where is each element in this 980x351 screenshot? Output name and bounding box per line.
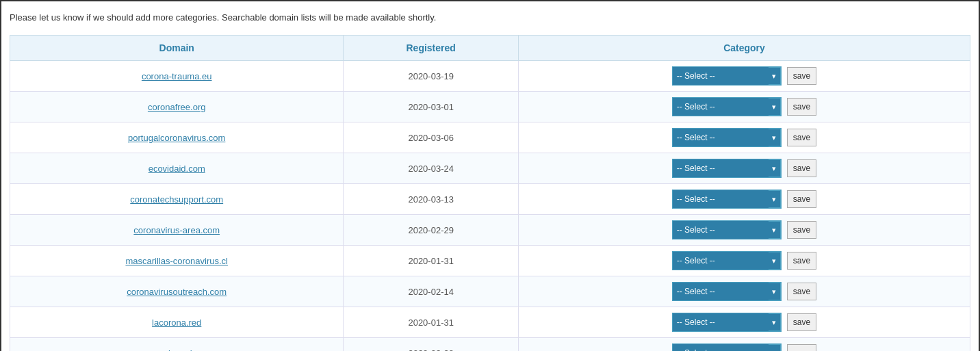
select-arrow-icon[interactable]: ▾: [769, 344, 781, 351]
save-button-0[interactable]: save: [787, 67, 816, 85]
domain-link[interactable]: coronavirus-area.com: [133, 225, 220, 235]
category-cell: -- Select --LegitimateMaliciousSuspiciou…: [518, 92, 970, 122]
select-container: -- Select --LegitimateMaliciousSuspiciou…: [672, 159, 782, 178]
select-container: -- Select --LegitimateMaliciousSuspiciou…: [672, 97, 782, 116]
page-wrapper: Please let us know if we should add more…: [1, 1, 979, 351]
domain-cell: mascarillas-coronavirus.cl: [10, 246, 344, 276]
save-button-3[interactable]: save: [787, 159, 816, 177]
select-arrow-icon[interactable]: ▾: [769, 67, 781, 85]
category-select-7[interactable]: -- Select --LegitimateMaliciousSuspiciou…: [673, 283, 769, 300]
domain-cell: ecovidaid.com: [10, 153, 344, 184]
table-row: mascarillas-coronavirus.cl2020-01-31-- S…: [10, 246, 970, 276]
domain-cell: portugalcoronavirus.com: [10, 122, 344, 153]
category-select-6[interactable]: -- Select --LegitimateMaliciousSuspiciou…: [673, 252, 769, 270]
registered-cell: 2020-03-13: [344, 184, 519, 215]
domain-table: Domain Registered Category corona-trauma…: [10, 35, 970, 351]
table-row: ecovidaid.com2020-03-24-- Select --Legit…: [10, 153, 970, 184]
category-select-2[interactable]: -- Select --LegitimateMaliciousSuspiciou…: [673, 129, 769, 146]
category-cell: -- Select --LegitimateMaliciousSuspiciou…: [518, 184, 970, 215]
select-arrow-icon[interactable]: ▾: [769, 98, 781, 116]
domain-link[interactable]: portugalcoronavirus.com: [128, 133, 225, 143]
save-button-4[interactable]: save: [787, 190, 816, 208]
registered-cell: 2020-01-31: [344, 307, 519, 338]
select-container: -- Select --LegitimateMaliciousSuspiciou…: [672, 220, 782, 239]
domain-link[interactable]: ecovidaid.com: [149, 164, 205, 174]
domain-link[interactable]: corona-trauma.eu: [142, 71, 212, 81]
domain-link[interactable]: mascarillas-coronavirus.cl: [125, 256, 228, 266]
registered-cell: 2020-02-29: [344, 215, 519, 246]
registered-cell: 2020-03-01: [344, 92, 519, 122]
category-cell: -- Select --LegitimateMaliciousSuspiciou…: [518, 307, 970, 338]
select-arrow-icon[interactable]: ▾: [769, 159, 781, 177]
select-arrow-icon[interactable]: ▾: [769, 283, 781, 300]
table-row: corona-trauma.eu2020-03-19-- Select --Le…: [10, 61, 970, 92]
domain-cell: coronavirus-shop.es: [10, 338, 344, 352]
save-button-2[interactable]: save: [787, 129, 816, 146]
domain-cell: lacorona.red: [10, 307, 344, 338]
table-row: coronavirusoutreach.com2020-02-14-- Sele…: [10, 276, 970, 307]
category-select-4[interactable]: -- Select --LegitimateMaliciousSuspiciou…: [673, 190, 769, 208]
registered-cell: 2020-03-06: [344, 122, 519, 153]
select-container: -- Select --LegitimateMaliciousSuspiciou…: [672, 313, 782, 332]
table-row: coronavirus-area.com2020-02-29-- Select …: [10, 215, 970, 246]
category-select-3[interactable]: -- Select --LegitimateMaliciousSuspiciou…: [673, 159, 769, 177]
domain-cell: coronafree.org: [10, 92, 344, 122]
table-row: portugalcoronavirus.com2020-03-06-- Sele…: [10, 122, 970, 153]
select-container: -- Select --LegitimateMaliciousSuspiciou…: [672, 251, 782, 270]
domain-link[interactable]: coronavirus-shop.es: [137, 348, 217, 352]
category-cell: -- Select --LegitimateMaliciousSuspiciou…: [518, 61, 970, 92]
registered-cell: 2020-02-28: [344, 338, 519, 352]
select-arrow-icon[interactable]: ▾: [769, 313, 781, 331]
category-select-8[interactable]: -- Select --LegitimateMaliciousSuspiciou…: [673, 313, 769, 331]
select-arrow-icon[interactable]: ▾: [769, 129, 781, 146]
header-domain: Domain: [10, 36, 344, 61]
category-select-1[interactable]: -- Select --LegitimateMaliciousSuspiciou…: [673, 98, 769, 116]
domain-cell: coronavirusoutreach.com: [10, 276, 344, 307]
domain-cell: coronatechsupport.com: [10, 184, 344, 215]
table-header: Domain Registered Category: [10, 36, 970, 61]
table-row: coronatechsupport.com2020-03-13-- Select…: [10, 184, 970, 215]
save-button-6[interactable]: save: [787, 252, 816, 270]
registered-cell: 2020-02-14: [344, 276, 519, 307]
table-row: lacorona.red2020-01-31-- Select --Legiti…: [10, 307, 970, 338]
registered-cell: 2020-03-19: [344, 61, 519, 92]
header-category: Category: [518, 36, 970, 61]
registered-cell: 2020-03-24: [344, 153, 519, 184]
header-registered: Registered: [344, 36, 519, 61]
domain-link[interactable]: lacorona.red: [152, 317, 201, 328]
select-arrow-icon[interactable]: ▾: [769, 190, 781, 208]
domain-link[interactable]: coronatechsupport.com: [130, 194, 223, 205]
table-row: coronafree.org2020-03-01-- Select --Legi…: [10, 92, 970, 122]
domain-link[interactable]: coronafree.org: [148, 102, 206, 112]
category-select-9[interactable]: -- Select --LegitimateMaliciousSuspiciou…: [673, 344, 769, 351]
intro-text: Please let us know if we should add more…: [10, 12, 970, 23]
category-cell: -- Select --LegitimateMaliciousSuspiciou…: [518, 122, 970, 153]
category-cell: -- Select --LegitimateMaliciousSuspiciou…: [518, 215, 970, 246]
domain-link[interactable]: coronavirusoutreach.com: [127, 287, 227, 297]
select-container: -- Select --LegitimateMaliciousSuspiciou…: [672, 128, 782, 147]
save-button-8[interactable]: save: [787, 313, 816, 331]
save-button-7[interactable]: save: [787, 283, 816, 300]
save-button-5[interactable]: save: [787, 221, 816, 239]
select-arrow-icon[interactable]: ▾: [769, 221, 781, 239]
select-container: -- Select --LegitimateMaliciousSuspiciou…: [672, 190, 782, 209]
save-button-9[interactable]: save: [787, 344, 816, 351]
registered-cell: 2020-01-31: [344, 246, 519, 276]
category-cell: -- Select --LegitimateMaliciousSuspiciou…: [518, 276, 970, 307]
domain-cell: corona-trauma.eu: [10, 61, 344, 92]
select-container: -- Select --LegitimateMaliciousSuspiciou…: [672, 343, 782, 351]
select-container: -- Select --LegitimateMaliciousSuspiciou…: [672, 66, 782, 86]
table-row: coronavirus-shop.es2020-02-28-- Select -…: [10, 338, 970, 352]
save-button-1[interactable]: save: [787, 98, 816, 116]
category-cell: -- Select --LegitimateMaliciousSuspiciou…: [518, 338, 970, 352]
category-cell: -- Select --LegitimateMaliciousSuspiciou…: [518, 246, 970, 276]
table-body: corona-trauma.eu2020-03-19-- Select --Le…: [10, 61, 970, 352]
select-container: -- Select --LegitimateMaliciousSuspiciou…: [672, 282, 782, 301]
domain-cell: coronavirus-area.com: [10, 215, 344, 246]
category-select-0[interactable]: -- Select --LegitimateMaliciousSuspiciou…: [673, 67, 769, 85]
category-select-5[interactable]: -- Select --LegitimateMaliciousSuspiciou…: [673, 221, 769, 239]
select-arrow-icon[interactable]: ▾: [769, 252, 781, 270]
category-cell: -- Select --LegitimateMaliciousSuspiciou…: [518, 153, 970, 184]
